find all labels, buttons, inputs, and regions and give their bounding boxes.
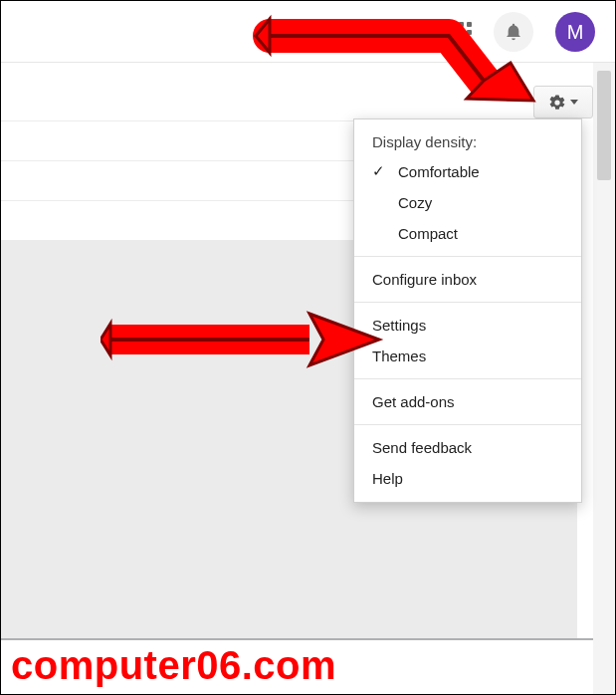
menu-item-configure-inbox[interactable]: Configure inbox — [354, 264, 581, 295]
menu-item-themes[interactable]: Themes — [354, 341, 581, 371]
settings-dropdown-menu: Display density: Comfortable Cozy Compac… — [353, 118, 582, 503]
header-actions: M — [451, 1, 595, 63]
scrollbar-track[interactable] — [593, 63, 615, 694]
gear-icon — [548, 94, 566, 112]
notifications-button[interactable] — [494, 12, 533, 52]
apps-grid-icon[interactable] — [451, 22, 472, 43]
menu-divider — [354, 424, 581, 425]
bell-icon — [504, 22, 523, 42]
toolbar-strip — [1, 63, 615, 120]
menu-item-help[interactable]: Help — [354, 463, 581, 494]
scrollbar-thumb[interactable] — [597, 71, 611, 180]
settings-gear-button[interactable] — [533, 86, 593, 118]
menu-divider — [354, 302, 581, 303]
menu-divider — [354, 256, 581, 257]
account-avatar[interactable]: M — [555, 12, 595, 52]
menu-item-density-cozy[interactable]: Cozy — [354, 187, 581, 218]
menu-item-send-feedback[interactable]: Send feedback — [354, 432, 581, 463]
menu-item-settings[interactable]: Settings — [354, 310, 581, 341]
chevron-down-icon — [570, 100, 578, 105]
footer-divider — [1, 638, 615, 640]
watermark-text: computer06.com — [11, 643, 336, 688]
app-header: M — [1, 1, 615, 63]
menu-section-display-density: Display density: — [354, 129, 581, 156]
avatar-initial: M — [567, 21, 584, 44]
menu-item-density-comfortable[interactable]: Comfortable — [354, 156, 581, 187]
menu-divider — [354, 378, 581, 379]
menu-item-get-addons[interactable]: Get add-ons — [354, 386, 581, 417]
menu-item-density-compact[interactable]: Compact — [354, 218, 581, 249]
